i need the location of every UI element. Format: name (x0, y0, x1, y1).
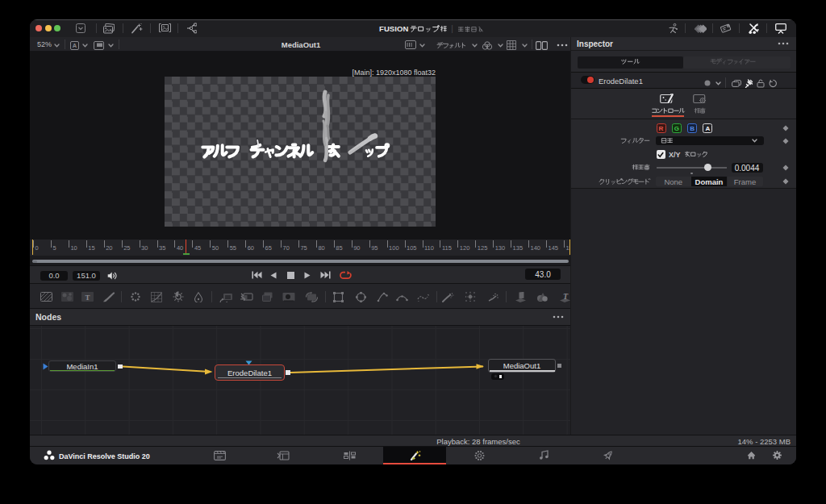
svg-text:T: T (85, 294, 90, 302)
svg-text:A: A (73, 42, 77, 49)
svg-text:T: T (562, 292, 568, 301)
